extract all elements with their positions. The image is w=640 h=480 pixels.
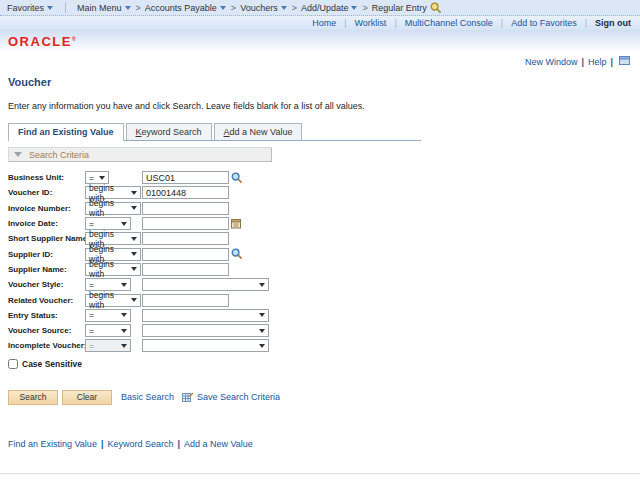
operator-select[interactable]: begins with [85, 202, 141, 215]
value-input[interactable] [142, 217, 229, 230]
chevron-down-icon [220, 6, 226, 10]
form-row: Entry Status:= [8, 308, 640, 323]
footer-link[interactable]: Find an Existing Value [8, 439, 97, 449]
new-window-link[interactable]: New Window [525, 57, 578, 67]
tab-keyword-search[interactable]: Keyword Search [126, 123, 212, 140]
save-search-criteria-link[interactable]: Save Search Criteria [197, 392, 280, 402]
value-input[interactable] [142, 171, 229, 184]
breadcrumb: Favorites Main Menu>Accounts Payable>Vou… [0, 0, 640, 16]
header-link[interactable]: Home [312, 18, 336, 28]
favorites-menu[interactable]: Favorites [7, 3, 53, 13]
clear-button[interactable]: Clear [62, 390, 112, 405]
operator-select[interactable]: = [85, 309, 131, 322]
operator-value: begins with [89, 259, 129, 279]
footer-link[interactable]: Keyword Search [107, 439, 173, 449]
personalize-page-icon[interactable] [619, 56, 630, 67]
action-bar: Search Clear Basic Search Save Search Cr… [8, 390, 640, 405]
chevron-down-icon [131, 237, 137, 241]
value-input[interactable] [142, 202, 229, 215]
field-label: Voucher Style: [8, 280, 85, 289]
breadcrumb-separator: > [292, 3, 297, 13]
breadcrumb-item[interactable]: Vouchers [240, 3, 287, 13]
lookup-icon[interactable] [231, 172, 243, 184]
help-link[interactable]: Help [588, 57, 607, 67]
value-input[interactable] [142, 232, 229, 245]
logo-band: ORACLE® [0, 30, 640, 52]
chevron-down-icon [47, 6, 53, 10]
operator-value: begins with [89, 290, 129, 310]
operator-value: = [89, 280, 94, 290]
chevron-down-icon [131, 191, 137, 195]
breadcrumb-item-label: Main Menu [77, 3, 122, 13]
operator-value: begins with [89, 198, 129, 218]
header-link[interactable]: MultiChannel Console [405, 18, 493, 28]
page-utility-bar: New Window | Help | [0, 56, 640, 67]
operator-value: = [89, 219, 94, 229]
tab-add-a-new-value[interactable]: Add a New Value [214, 123, 303, 140]
basic-search-link[interactable]: Basic Search [121, 392, 174, 402]
oracle-logo: ORACLE® [8, 34, 77, 49]
search-criteria-label: Search Criteria [29, 150, 89, 160]
lookup-icon[interactable] [231, 248, 243, 260]
tab-find-an-existing-value[interactable]: Find an Existing Value [8, 123, 124, 141]
separator: | [394, 18, 396, 28]
header-link[interactable]: Add to Favorites [511, 18, 577, 28]
breadcrumb-item[interactable]: Accounts Payable [145, 3, 226, 13]
footer-link[interactable]: Add a New Value [184, 439, 253, 449]
operator-value: = [89, 310, 94, 320]
chevron-down-icon [125, 6, 131, 10]
value-select[interactable] [142, 309, 269, 322]
separator: | [585, 18, 587, 28]
header-link[interactable]: Worklist [355, 18, 387, 28]
breadcrumb-separator: > [362, 3, 367, 13]
field-label: Supplier Name: [8, 265, 85, 274]
field-label: Related Voucher: [8, 296, 85, 305]
value-input[interactable] [142, 263, 229, 276]
page-title: Voucher [8, 76, 640, 88]
favorites-label: Favorites [7, 3, 44, 13]
breadcrumb-item[interactable]: Regular Entry [372, 2, 442, 14]
calendar-icon[interactable] [231, 218, 242, 229]
form-row: Voucher Source:= [8, 323, 640, 338]
form-row: Related Voucher:begins with [8, 292, 640, 307]
value-input[interactable] [142, 186, 229, 199]
value-select[interactable] [142, 324, 269, 337]
breadcrumb-item[interactable]: Main Menu [77, 3, 131, 13]
separator: | [177, 439, 180, 449]
search-button[interactable]: Search [8, 390, 58, 405]
breadcrumb-item-label: Regular Entry [372, 3, 427, 13]
search-criteria-header[interactable]: Search Criteria [8, 147, 272, 162]
chevron-down-icon [259, 344, 265, 348]
taskbar-strip [0, 473, 640, 480]
search-icon[interactable] [430, 2, 442, 14]
case-sensitive-checkbox[interactable] [8, 359, 18, 369]
value-select[interactable] [142, 278, 269, 291]
case-sensitive-label: Case Sensitive [22, 359, 82, 369]
operator-value: = [89, 173, 94, 183]
operator-select[interactable]: begins with [85, 294, 141, 307]
value-input[interactable] [142, 294, 229, 307]
chevron-down-icon [131, 298, 137, 302]
chevron-down-icon [351, 6, 357, 10]
breadcrumb-item-label: Add/Update [301, 3, 349, 13]
instruction-text: Enter any information you have and click… [8, 101, 640, 111]
sign-out-link[interactable]: Sign out [595, 18, 631, 28]
search-form: Business Unit:=Voucher ID:begins withInv… [8, 170, 640, 354]
chevron-down-icon [131, 206, 137, 210]
value-select[interactable] [142, 339, 269, 352]
footer-links: Find an Existing Value|Keyword Search|Ad… [8, 439, 640, 449]
chevron-down-icon [121, 222, 127, 226]
form-row: Incomplete Voucher:= [8, 338, 640, 353]
operator-select: = [85, 339, 131, 352]
separator: | [581, 57, 584, 67]
value-input[interactable] [142, 248, 229, 261]
breadcrumb-item[interactable]: Add/Update [301, 3, 358, 13]
operator-select[interactable]: begins with [85, 263, 141, 276]
field-label: Invoice Date: [8, 219, 85, 228]
field-label: Entry Status: [8, 311, 85, 320]
separator: | [344, 18, 346, 28]
operator-select[interactable]: = [85, 324, 131, 337]
save-search-icon [182, 392, 194, 403]
field-label: Invoice Number: [8, 204, 85, 213]
form-row: Invoice Number:begins with [8, 201, 640, 216]
